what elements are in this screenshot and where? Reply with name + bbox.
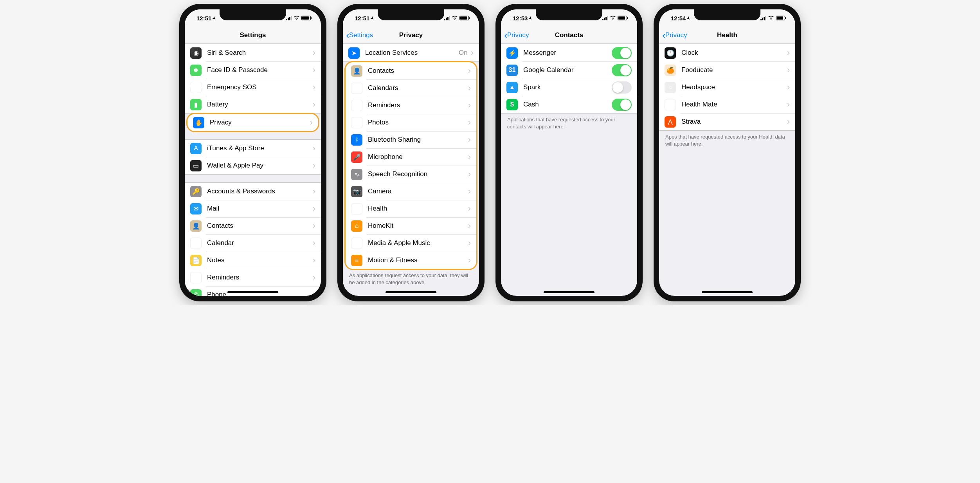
chevron-right-icon: › (468, 170, 471, 178)
home-indicator[interactable] (227, 291, 278, 293)
music-note-icon: ♪ (351, 238, 362, 249)
row-app-headspace[interactable]: ○ Headspace › (659, 79, 795, 96)
sos-icon: SOS (190, 82, 202, 93)
scroll-content[interactable]: ➤ Location Services On› 👤 Contacts › Cal… (343, 44, 479, 296)
row-label: Health (368, 205, 468, 213)
row-app-clock[interactable]: 🕒 Clock › (659, 44, 795, 61)
row-app-health-mate[interactable]: ♥ Health Mate › (659, 96, 795, 113)
row-contacts[interactable]: 👤 Contacts › (346, 62, 476, 79)
siri-icon: ◉ (190, 47, 202, 59)
row-emergency-sos[interactable]: SOS Emergency SOS › (185, 79, 321, 96)
row-label: Messenger (523, 49, 612, 57)
row-calendars[interactable]: Calendars › (346, 79, 476, 97)
chevron-right-icon: › (313, 187, 315, 196)
location-indicator-icon: ➤ (528, 15, 533, 20)
row-homekit[interactable]: ⌂ HomeKit › (346, 217, 476, 234)
row-label: Calendars (368, 84, 468, 92)
home-indicator[interactable] (702, 291, 753, 293)
nav-bar: ‹ Settings Privacy (343, 27, 479, 44)
row-label: Calendar (207, 239, 313, 247)
fooducate-icon: 🍊 (665, 65, 676, 76)
chevron-right-icon: › (787, 117, 790, 126)
chevron-right-icon: › (787, 83, 790, 92)
chevron-right-icon: › (313, 273, 315, 282)
row-notes[interactable]: 📄 Notes › (185, 252, 321, 269)
chevron-right-icon: › (787, 49, 790, 57)
row-app-spark[interactable]: ▲ Spark (501, 79, 637, 96)
headspace-icon: ○ (665, 82, 676, 93)
back-button[interactable]: ‹ Privacy (504, 30, 529, 40)
row-motion-fitness[interactable]: ≡ Motion & Fitness › (346, 252, 476, 269)
signal-icon (602, 16, 608, 20)
row-health[interactable]: ♥ Health › (346, 200, 476, 217)
page-title: Contacts (555, 31, 584, 39)
row-label: Face ID & Passcode (207, 66, 313, 74)
row-app-google-calendar[interactable]: 31 Google Calendar (501, 61, 637, 79)
scroll-content[interactable]: 🕒 Clock › 🍊 Fooducate › ○ Headspace › ♥ … (659, 44, 795, 296)
reminders-icon: ☰ (190, 272, 202, 283)
row-siri-search[interactable]: ◉ Siri & Search › (185, 44, 321, 61)
location-indicator-icon: ➤ (686, 15, 691, 20)
row-label: Microphone (368, 153, 468, 161)
settings-list: 👤 Contacts › Calendars › ⋮ Reminders › ❀… (346, 62, 476, 269)
row-reminders[interactable]: ⋮ Reminders › (346, 97, 476, 114)
chevron-right-icon: › (471, 49, 474, 57)
row-label: Speech Recognition (368, 170, 468, 178)
contacts-icon: 👤 (351, 65, 362, 77)
toggle-switch[interactable] (612, 81, 632, 94)
scroll-content[interactable]: ⚡ Messenger 31 Google Calendar ▲ Spark $… (501, 44, 637, 296)
toggle-switch[interactable] (612, 64, 632, 76)
row-label: Emergency SOS (207, 83, 313, 91)
row-itunes-app-store[interactable]: A iTunes & App Store › (185, 140, 321, 157)
toggle-switch[interactable] (612, 99, 632, 111)
chevron-right-icon: › (313, 239, 315, 247)
home-indicator[interactable] (544, 291, 594, 293)
row-contacts-settings[interactable]: 👤 Contacts › (185, 217, 321, 234)
nav-bar: ‹ Privacy Health (659, 27, 795, 44)
nav-bar: Settings (185, 27, 321, 44)
row-label: Notes (207, 256, 313, 264)
spark-icon: ▲ (506, 82, 518, 93)
row-microphone[interactable]: 🎤 Microphone › (346, 148, 476, 166)
row-accounts-passwords[interactable]: 🔑 Accounts & Passwords › (185, 183, 321, 200)
row-media-apple-music[interactable]: ♪ Media & Apple Music › (346, 234, 476, 252)
row-bluetooth-sharing[interactable]: ᚼ Bluetooth Sharing › (346, 131, 476, 148)
row-battery[interactable]: ▮ Battery › (185, 96, 321, 113)
chevron-right-icon: › (468, 239, 471, 247)
row-privacy[interactable]: ✋ Privacy › (187, 114, 318, 131)
messenger-icon: ⚡ (506, 47, 518, 59)
row-label: Media & Apple Music (368, 239, 468, 247)
settings-list: ✋ Privacy › (187, 114, 318, 131)
row-photos[interactable]: ❀ Photos › (346, 114, 476, 131)
settings-group: ➤ Location Services On› (343, 44, 479, 62)
back-button[interactable]: ‹ Privacy (662, 30, 687, 40)
row-app-cash[interactable]: $ Cash (501, 96, 637, 113)
row-label: Wallet & Apple Pay (207, 162, 313, 169)
chevron-right-icon: › (313, 222, 315, 230)
scroll-content[interactable]: ◉ Siri & Search › ☻ Face ID & Passcode ›… (185, 44, 321, 296)
row-face-id-passcode[interactable]: ☻ Face ID & Passcode › (185, 61, 321, 79)
row-mail[interactable]: ✉ Mail › (185, 200, 321, 217)
home-indicator[interactable] (386, 291, 436, 293)
row-speech-recognition[interactable]: ∿ Speech Recognition › (346, 166, 476, 183)
row-app-fooducate[interactable]: 🍊 Fooducate › (659, 61, 795, 79)
row-app-messenger[interactable]: ⚡ Messenger (501, 44, 637, 61)
row-wallet-apple-pay[interactable]: ▭ Wallet & Apple Pay › (185, 157, 321, 174)
chevron-right-icon: › (468, 256, 471, 265)
row-camera[interactable]: 📷 Camera › (346, 183, 476, 200)
row-reminders-settings[interactable]: ☰ Reminders › (185, 269, 321, 286)
hand-icon: ✋ (193, 117, 204, 128)
row-calendar[interactable]: Calendar › (185, 234, 321, 252)
row-label: Siri & Search (207, 49, 313, 57)
wifi-icon (610, 15, 616, 21)
nav-bar: ‹ Privacy Contacts (501, 27, 637, 44)
row-label: Battery (207, 101, 313, 108)
wifi-icon (452, 15, 458, 21)
row-app-strava[interactable]: ⋀ Strava › (659, 113, 795, 130)
back-button[interactable]: ‹ Settings (346, 30, 373, 40)
row-location-services[interactable]: ➤ Location Services On› (343, 44, 479, 61)
notch (378, 9, 444, 20)
back-label: Privacy (507, 31, 529, 39)
toggle-switch[interactable] (612, 47, 632, 59)
chevron-right-icon: › (468, 118, 471, 127)
